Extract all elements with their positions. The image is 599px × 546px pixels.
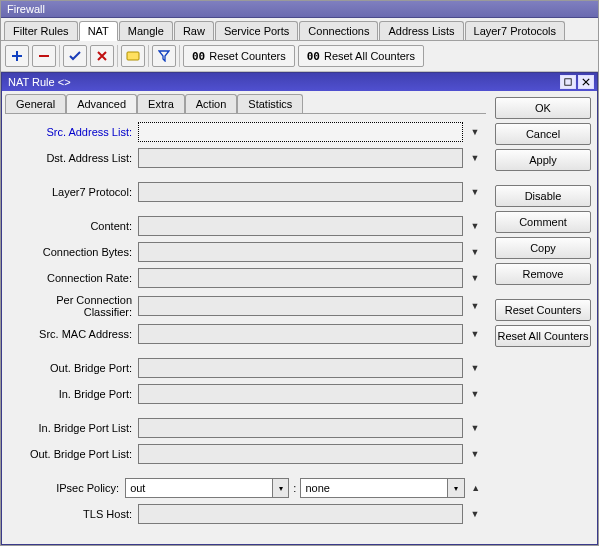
remove-rule-button[interactable]: Remove: [495, 263, 591, 285]
chevron-down-icon: ▼: [471, 247, 480, 257]
chevron-down-icon: ▾: [279, 484, 283, 493]
toolbar-separator: [117, 45, 118, 67]
tab-nat[interactable]: NAT: [79, 21, 118, 41]
chevron-up-icon: ▲: [471, 483, 480, 493]
expand-toggle[interactable]: ▼: [467, 148, 483, 168]
tab-raw[interactable]: Raw: [174, 21, 214, 40]
ipsec-policy-separator: :: [289, 482, 300, 494]
svg-rect-4: [565, 79, 571, 85]
toolbar: 00 Reset Counters 00 Reset All Counters: [1, 41, 598, 72]
form-area: General Advanced Extra Action Statistics…: [2, 91, 489, 544]
chevron-down-icon: ▼: [471, 273, 480, 283]
cancel-button[interactable]: Cancel: [495, 123, 591, 145]
ipsec-policy-direction-input[interactable]: [125, 478, 273, 498]
toolbar-separator: [59, 45, 60, 67]
tab-filter-rules[interactable]: Filter Rules: [4, 21, 78, 40]
chevron-down-icon: ▼: [471, 187, 480, 197]
expand-toggle[interactable]: ▼: [467, 182, 483, 202]
in-bridge-port-list-label: In. Bridge Port List:: [8, 422, 138, 434]
add-button[interactable]: [5, 45, 29, 67]
dialog-body: General Advanced Extra Action Statistics…: [2, 91, 597, 544]
check-icon: [69, 50, 81, 62]
filter-button[interactable]: [152, 45, 176, 67]
enable-button[interactable]: [63, 45, 87, 67]
src-mac-address-input[interactable]: [138, 324, 463, 344]
tls-host-input[interactable]: [138, 504, 463, 524]
dialog-close-button[interactable]: [578, 75, 594, 89]
out-bridge-port-list-input[interactable]: [138, 444, 463, 464]
svg-rect-2: [39, 55, 49, 57]
expand-toggle[interactable]: ▼: [467, 444, 483, 464]
chevron-down-icon: ▼: [471, 221, 480, 231]
expand-toggle[interactable]: ▼: [467, 216, 483, 236]
tab-extra[interactable]: Extra: [137, 94, 185, 113]
remove-button[interactable]: [32, 45, 56, 67]
tab-advanced[interactable]: Advanced: [66, 94, 137, 113]
ipsec-policy-level-dropdown[interactable]: ▾: [448, 478, 464, 498]
firewall-window: Firewall Filter Rules NAT Mangle Raw Ser…: [0, 0, 599, 546]
chevron-down-icon: ▼: [471, 389, 480, 399]
chevron-down-icon: ▼: [471, 301, 480, 311]
dialog-dock-button[interactable]: [560, 75, 576, 89]
tab-connections[interactable]: Connections: [299, 21, 378, 40]
dst-address-list-input[interactable]: [138, 148, 463, 168]
disable-button[interactable]: [90, 45, 114, 67]
connection-rate-input[interactable]: [138, 268, 463, 288]
reset-all-counters-rule-button[interactable]: Reset All Counters: [495, 325, 591, 347]
tls-host-label: TLS Host:: [8, 508, 138, 520]
expand-toggle[interactable]: ▼: [467, 418, 483, 438]
out-bridge-port-list-label: Out. Bridge Port List:: [8, 448, 138, 460]
copy-rule-button[interactable]: Copy: [495, 237, 591, 259]
reset-counters-label: Reset Counters: [209, 50, 285, 62]
tab-address-lists[interactable]: Address Lists: [379, 21, 463, 40]
collapse-toggle[interactable]: ▲: [469, 478, 483, 498]
chevron-down-icon: ▼: [471, 449, 480, 459]
expand-toggle[interactable]: ▼: [467, 384, 483, 404]
ok-button[interactable]: OK: [495, 97, 591, 119]
tab-mangle[interactable]: Mangle: [119, 21, 173, 40]
expand-toggle[interactable]: ▼: [467, 122, 483, 142]
ipsec-policy-level-input[interactable]: [300, 478, 448, 498]
chevron-down-icon: ▼: [471, 423, 480, 433]
expand-toggle[interactable]: ▼: [467, 358, 483, 378]
reset-counters-rule-button[interactable]: Reset Counters: [495, 299, 591, 321]
out-bridge-port-input[interactable]: [138, 358, 463, 378]
dialog-title: NAT Rule <>: [8, 76, 71, 88]
src-mac-address-label: Src. MAC Address:: [8, 328, 138, 340]
src-address-list-input[interactable]: [138, 122, 463, 142]
tab-layer7-protocols[interactable]: Layer7 Protocols: [465, 21, 566, 40]
tab-action[interactable]: Action: [185, 94, 238, 113]
in-bridge-port-list-input[interactable]: [138, 418, 463, 438]
disable-rule-button[interactable]: Disable: [495, 185, 591, 207]
counter-prefix: 00: [307, 50, 320, 63]
layer7-protocol-label: Layer7 Protocol:: [8, 186, 138, 198]
dialog-titlebar: NAT Rule <>: [2, 73, 597, 91]
window-title: Firewall: [7, 3, 45, 15]
expand-toggle[interactable]: ▼: [467, 504, 483, 524]
dialog-tab-strip: General Advanced Extra Action Statistics: [2, 91, 489, 113]
layer7-protocol-input[interactable]: [138, 182, 463, 202]
expand-toggle[interactable]: ▼: [467, 242, 483, 262]
src-address-list-label: Src. Address List:: [8, 126, 138, 138]
comment-button[interactable]: [121, 45, 145, 67]
funnel-icon: [158, 50, 170, 62]
reset-counters-button[interactable]: 00 Reset Counters: [183, 45, 295, 67]
in-bridge-port-label: In. Bridge Port:: [8, 388, 138, 400]
plus-icon: [11, 50, 23, 62]
ipsec-policy-direction-dropdown[interactable]: ▾: [273, 478, 289, 498]
connection-bytes-label: Connection Bytes:: [8, 246, 138, 258]
expand-toggle[interactable]: ▼: [467, 268, 483, 288]
content-input[interactable]: [138, 216, 463, 236]
tab-service-ports[interactable]: Service Ports: [215, 21, 298, 40]
comment-rule-button[interactable]: Comment: [495, 211, 591, 233]
expand-toggle[interactable]: ▼: [467, 324, 483, 344]
content-label: Content:: [8, 220, 138, 232]
expand-toggle[interactable]: ▼: [467, 296, 483, 316]
connection-bytes-input[interactable]: [138, 242, 463, 262]
reset-all-counters-button[interactable]: 00 Reset All Counters: [298, 45, 424, 67]
apply-button[interactable]: Apply: [495, 149, 591, 171]
tab-general[interactable]: General: [5, 94, 66, 113]
per-connection-classifier-input[interactable]: [138, 296, 463, 316]
in-bridge-port-input[interactable]: [138, 384, 463, 404]
tab-statistics[interactable]: Statistics: [237, 94, 303, 113]
